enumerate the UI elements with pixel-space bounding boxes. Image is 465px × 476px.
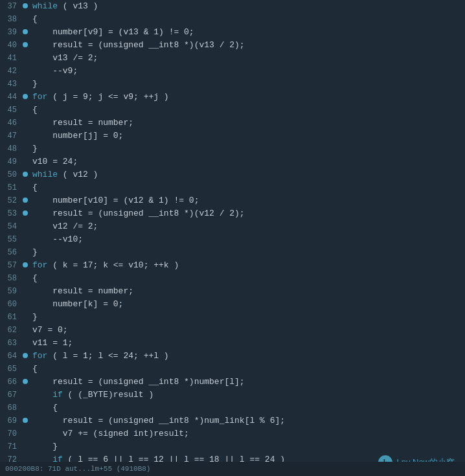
code-segment: --v10; (32, 234, 83, 244)
code-segment: result = (unsigned __int8 *)(v13 / 2); (32, 40, 245, 50)
line-number: 67 (0, 389, 21, 402)
code-content: for ( l = 1; l <= 24; ++l ) (30, 350, 465, 362)
code-row: 50while ( v12 ) (0, 168, 465, 181)
code-segment: v12 /= 2; (32, 221, 98, 231)
code-container: 37while ( v13 )38{39 number[v9] = (v13 &… (0, 0, 465, 476)
code-row: 39 number[v9] = (v13 & 1) != 0; (0, 26, 465, 39)
breakpoint-dot[interactable] (23, 94, 28, 99)
code-lines: 37while ( v13 )38{39 number[v9] = (v13 &… (0, 0, 465, 466)
breakpoint-dot[interactable] (23, 379, 28, 384)
bottom-bar-text: 000200B8: 71D aut...lm+55 (4910B8) (5, 465, 150, 473)
line-number: 51 (0, 182, 21, 194)
breakpoint-dot[interactable] (23, 172, 28, 177)
line-number: 55 (0, 234, 21, 246)
code-segment: } (32, 144, 38, 153)
line-number: 49 (0, 156, 21, 168)
breakpoint-dot[interactable] (23, 353, 28, 358)
code-row: 70 v7 += (signed int)result; (0, 427, 465, 440)
code-segment: ( (_BYTE)result ) (63, 390, 153, 400)
code-row: 51{ (0, 181, 465, 194)
line-number: 58 (0, 273, 21, 285)
code-segment: v11 = 1; (32, 338, 73, 348)
code-row: 46 result = number; (0, 117, 465, 130)
code-content: result = number; (30, 117, 465, 129)
code-content: number[v10] = (v12 & 1) != 0; (30, 194, 465, 207)
code-segment: { (32, 273, 38, 283)
code-content: } (30, 142, 465, 155)
code-segment: v7 += (signed int)result; (32, 429, 189, 438)
line-number: 42 (0, 65, 21, 78)
dot-col (21, 379, 30, 384)
code-row: 66 result = (unsigned __int8 *)number[l]… (0, 376, 465, 389)
line-number: 47 (0, 130, 21, 142)
breakpoint-dot[interactable] (23, 3, 28, 8)
code-segment: v13 /= 2; (32, 53, 98, 63)
code-row: 48} (0, 142, 465, 155)
code-segment: if (32, 390, 63, 400)
code-segment: --v9; (32, 66, 78, 76)
code-segment: { (32, 364, 38, 374)
line-number: 52 (0, 195, 21, 207)
dot-col (21, 42, 30, 47)
code-segment: } (32, 247, 38, 257)
code-segment: v10 = 24; (32, 157, 78, 166)
code-segment: result = number; (32, 286, 133, 296)
line-number: 68 (0, 402, 21, 414)
code-row: 55 --v10; (0, 233, 465, 246)
line-number: 43 (0, 78, 21, 91)
code-segment: { (32, 403, 58, 413)
code-content: } (30, 311, 465, 323)
code-content: } (30, 246, 465, 258)
line-number: 40 (0, 40, 21, 52)
code-content: { (30, 363, 465, 375)
code-content: result = (unsigned __int8 *)(v13 / 2); (30, 39, 465, 51)
code-row: 54 v12 /= 2; (0, 220, 465, 233)
code-segment: number[k] = 0; (32, 299, 123, 309)
code-segment: ( k = 17; k <= v10; ++k ) (47, 260, 179, 270)
breakpoint-dot[interactable] (23, 262, 28, 267)
code-segment: v7 = 0; (32, 325, 68, 335)
breakpoint-dot[interactable] (23, 198, 28, 203)
code-segment: } (32, 442, 58, 451)
code-segment: number[j] = 0; (32, 131, 123, 141)
breakpoint-dot[interactable] (23, 42, 28, 47)
code-content: for ( k = 17; k <= v10; ++k ) (30, 259, 465, 271)
line-number: 65 (0, 363, 21, 376)
line-number: 61 (0, 312, 21, 324)
line-number: 50 (0, 169, 21, 181)
line-number: 64 (0, 350, 21, 363)
dot-col (21, 94, 30, 99)
line-number: 71 (0, 441, 21, 453)
code-row: 69 result = (unsigned __int8 *)num_link[… (0, 414, 465, 427)
dot-col (21, 418, 30, 423)
code-row: 49v10 = 24; (0, 155, 465, 168)
code-segment: while (32, 1, 58, 11)
code-segment: { (32, 105, 38, 115)
line-number: 41 (0, 52, 21, 65)
dot-col (21, 353, 30, 358)
code-content: v13 /= 2; (30, 52, 465, 64)
code-segment: for (32, 351, 47, 361)
code-row: 71 } (0, 440, 465, 453)
code-row: 42 --v9; (0, 65, 465, 78)
code-row: 52 number[v10] = (v12 & 1) != 0; (0, 194, 465, 207)
line-number: 56 (0, 247, 21, 259)
code-content: result = number; (30, 285, 465, 297)
line-number: 46 (0, 117, 21, 130)
code-row: 44for ( j = 9; j <= v9; ++j ) (0, 91, 465, 104)
code-segment: } (32, 79, 38, 89)
code-content: { (30, 272, 465, 284)
breakpoint-dot[interactable] (23, 418, 28, 423)
code-row: 60 number[k] = 0; (0, 298, 465, 311)
breakpoint-dot[interactable] (23, 210, 28, 216)
code-content: v10 = 24; (30, 155, 465, 168)
code-row: 59 result = number; (0, 285, 465, 298)
line-number: 54 (0, 221, 21, 233)
code-segment: ( v12 ) (58, 170, 98, 179)
code-row: 40 result = (unsigned __int8 *)(v13 / 2)… (0, 39, 465, 52)
code-row: 47 number[j] = 0; (0, 130, 465, 142)
code-content: number[v9] = (v13 & 1) != 0; (30, 26, 465, 38)
line-number: 59 (0, 286, 21, 298)
breakpoint-dot[interactable] (23, 29, 28, 34)
dot-col (21, 3, 30, 8)
